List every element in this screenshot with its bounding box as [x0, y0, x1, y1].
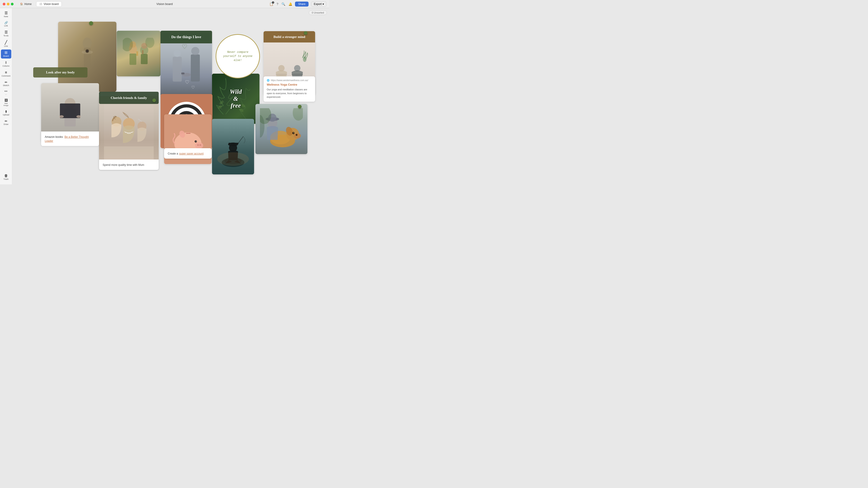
wellness-link-card[interactable]: 🌐 https://www.westernwellness.com.au/ We… [264, 76, 315, 102]
unsorted-badge: 0 Unsorted [309, 10, 327, 15]
amazon-note-card[interactable]: Amazon books: Be a Better Thought Leader [41, 131, 99, 146]
minimize-button[interactable] [7, 3, 9, 5]
board-icon: ⊞ [4, 51, 7, 55]
sidebar: ☰ Note 🔗 Link ☰ To-do ╱ Line ⊞ Board ⦀ C… [0, 8, 12, 184]
look-after-card[interactable]: Look after my body [33, 67, 88, 77]
sidebar-item-comment[interactable]: ≡ Comment [1, 69, 11, 78]
svg-rect-15 [173, 57, 182, 82]
tabs: 🏠 Home ⬜ Vision board [17, 1, 62, 7]
sidebar-item-draw[interactable]: ✏ Draw [1, 118, 11, 127]
svg-rect-49 [104, 101, 154, 164]
circle-quote-card[interactable]: Never compare yourself to anyone else! [216, 34, 260, 78]
sidebar-item-board[interactable]: ⊞ Board [1, 50, 11, 59]
svg-point-4 [86, 50, 88, 52]
sidebar-item-note-label: Note [4, 15, 8, 18]
sidebar-item-todo-label: To-do [3, 35, 8, 37]
svg-rect-11 [136, 51, 138, 56]
sidebar-item-sketch[interactable]: ✏ Sketch [1, 79, 11, 88]
tab-home[interactable]: 🏠 Home [17, 2, 34, 6]
pin-dog [298, 105, 302, 108]
sidebar-item-line-label: Line [4, 45, 8, 47]
pin-body [89, 21, 93, 25]
build-mind-text: Build a stronger mind [274, 35, 305, 39]
svg-point-64 [196, 141, 196, 142]
circle-quote-text: Never compare yourself to anyone else! [222, 50, 254, 62]
svg-rect-17 [191, 55, 200, 82]
sidebar-item-more-label: ... [5, 93, 7, 95]
mindfulness-silhouette [217, 123, 249, 170]
look-after-text: Look after my body [46, 70, 75, 74]
close-button[interactable] [3, 3, 5, 5]
titlebar: 🏠 Home ⬜ Vision board Vision board 📋 0 ?… [0, 0, 329, 8]
sidebar-item-sketch-label: Sketch [3, 84, 9, 87]
svg-point-59 [195, 142, 203, 149]
sidebar-item-column-label: Column [2, 65, 9, 67]
wellness-url-icon: 🌐 [267, 79, 270, 82]
home-icon: 🏠 [20, 2, 23, 6]
group-image-card[interactable] [99, 96, 159, 169]
trash-icon: 🗑 [4, 174, 8, 177]
sidebar-item-draw-label: Draw [4, 123, 8, 125]
sidebar-item-link-label: Link [4, 25, 8, 27]
sidebar-item-note[interactable]: ☰ Note [1, 10, 11, 19]
help-icon[interactable]: ? [276, 2, 278, 6]
board-tab-icon: ⬜ [39, 2, 42, 6]
sidebar-item-trash[interactable]: 🗑 Trash [1, 173, 11, 182]
sidebar-item-link[interactable]: 🔗 Link [1, 20, 11, 28]
saver-note-card[interactable]: Create a super saver account [164, 148, 212, 159]
svg-rect-21 [181, 72, 184, 74]
draw-icon: ✏ [5, 120, 7, 123]
heart-deco-2: ♡ [191, 85, 195, 90]
search-icon[interactable]: 🔍 [281, 2, 285, 6]
notifications-icon[interactable]: 📋 0 [270, 2, 273, 6]
svg-point-85 [293, 132, 294, 133]
amazon-text: Amazon books: [45, 135, 64, 138]
dog-silhouette [260, 108, 303, 150]
sidebar-item-upload[interactable]: ⬆ Upload [1, 109, 11, 117]
notif-badge: 0 [272, 1, 274, 4]
wild-free-card[interactable]: Wild&free [212, 74, 259, 124]
svg-point-38 [76, 115, 81, 118]
sidebar-item-add-image-label: Add image [2, 102, 10, 106]
sidebar-item-line[interactable]: ╱ Line [1, 39, 11, 48]
export-button[interactable]: Export ▾ [311, 1, 327, 7]
wellness-name[interactable]: Wellness Yoga Centre [267, 83, 312, 86]
bell-icon[interactable]: 🔔 [288, 2, 292, 6]
svg-point-82 [293, 133, 301, 138]
canvas[interactable]: 0 Unsorted Look after my body [12, 8, 329, 184]
share-button[interactable]: Share [295, 2, 309, 6]
sidebar-item-column[interactable]: ⦀ Column [1, 59, 11, 68]
sidebar-item-trash-label: Trash [3, 178, 8, 180]
unsorted-text: 0 Unsorted [312, 11, 324, 14]
cherish-text: Cherish friends & family [111, 96, 147, 100]
svg-point-37 [59, 115, 64, 118]
add-image-icon: 🖼 [4, 99, 8, 102]
mum-note-card[interactable]: Spend more quality time with Mum [99, 160, 159, 170]
mindfulness-image-card[interactable] [212, 119, 254, 174]
picnic-image-card[interactable] [117, 31, 160, 76]
note-icon: ☰ [4, 11, 8, 15]
svg-point-0 [83, 37, 92, 49]
svg-text:♡: ♡ [182, 43, 187, 50]
upload-icon: ⬆ [5, 110, 7, 113]
sidebar-item-more[interactable]: ••• ... [1, 89, 11, 96]
wild-free-text: Wild&free [230, 88, 242, 109]
sidebar-item-todo[interactable]: ☰ To-do [1, 29, 11, 38]
maximize-button[interactable] [11, 3, 13, 5]
body-image-card[interactable] [58, 22, 116, 92]
saver-text: Create a [168, 152, 178, 155]
svg-point-90 [293, 108, 303, 121]
dog-image-card[interactable] [255, 104, 307, 154]
cherish-card[interactable]: Cherish friends & family [99, 92, 159, 104]
sidebar-item-upload-label: Upload [3, 113, 9, 116]
svg-point-83 [296, 134, 298, 136]
tab-home-label: Home [24, 2, 32, 6]
pin-mum [152, 98, 156, 102]
tab-vision-board[interactable]: ⬜ Vision board [36, 1, 62, 7]
saver-link[interactable]: super saver account [179, 152, 204, 155]
svg-point-28 [303, 57, 307, 62]
link-icon: 🔗 [4, 21, 8, 24]
chevron-down-icon: ▾ [322, 2, 324, 6]
sidebar-item-add-image[interactable]: 🖼 Add image [1, 97, 11, 108]
do-things-card[interactable]: Do the things I love [160, 31, 212, 43]
